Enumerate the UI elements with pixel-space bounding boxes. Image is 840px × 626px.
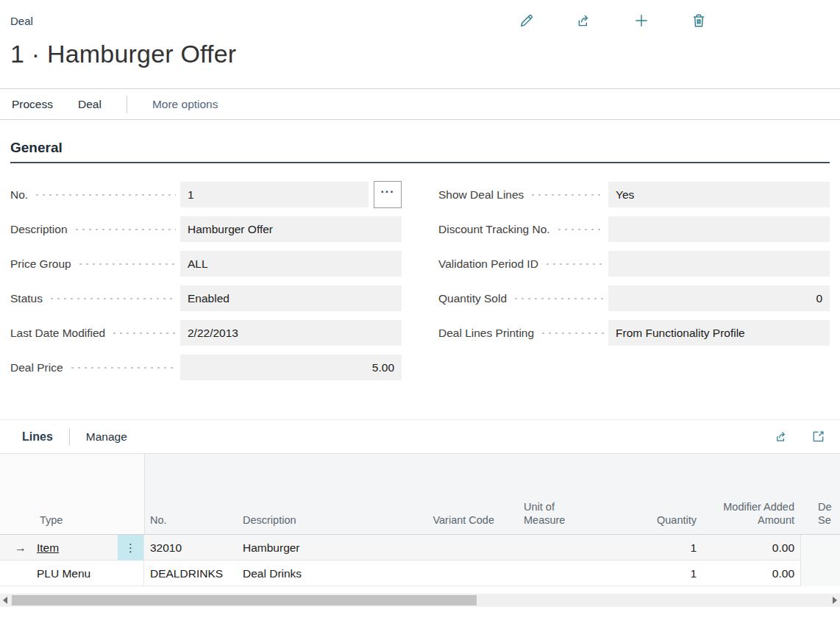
lines-header-divider <box>69 428 70 446</box>
delete-button[interactable] <box>690 12 708 29</box>
focus-mode-button[interactable] <box>809 428 827 446</box>
deal-lines-printing-input[interactable]: From Functionality Profile <box>608 320 830 346</box>
general-section-heading[interactable]: General <box>10 140 830 163</box>
cell-quantity[interactable]: 1 <box>588 561 702 586</box>
menu-process[interactable]: Process <box>12 98 53 111</box>
status-label: Status <box>10 292 43 305</box>
scroll-left-arrow-icon[interactable] <box>3 597 7 604</box>
cell-unit-of-measure[interactable] <box>500 535 588 561</box>
status-input[interactable]: Enabled <box>180 285 402 311</box>
cell-description[interactable]: Hamburger <box>237 535 407 561</box>
validation-period-id-input[interactable] <box>608 251 830 277</box>
price-group-label: Price Group <box>10 257 71 271</box>
assist-edit-button[interactable]: ··· <box>374 181 402 208</box>
column-headers: Type No. Description Variant Code Unit o… <box>0 500 840 534</box>
modifier-added-line2: Amount <box>758 514 794 526</box>
dotted-leader <box>530 182 604 207</box>
field-no: No. 1 ··· <box>10 182 402 207</box>
cell-quantity[interactable]: 1 <box>588 535 702 561</box>
edit-icon <box>519 13 535 29</box>
more-options[interactable]: More options <box>152 98 218 111</box>
cell-modifier-added-amount[interactable]: 0.00 <box>702 561 800 586</box>
cell-truncated <box>800 561 840 586</box>
last-date-modified-input[interactable]: 2/22/2013 <box>180 320 402 346</box>
column-header-variant-code[interactable]: Variant Code <box>407 513 500 527</box>
row-context-menu-icon[interactable]: ⋮ <box>118 535 144 561</box>
column-header-no[interactable]: No. <box>144 513 237 527</box>
row-context-menu-cell[interactable] <box>118 561 144 586</box>
no-label: No. <box>10 188 28 202</box>
field-deal-price: Deal Price 5.00 <box>10 355 402 380</box>
discount-tracking-no-input[interactable] <box>608 216 830 242</box>
general-left-column: No. 1 ··· Description Hamburger Offer Pr… <box>10 182 402 380</box>
share-icon <box>576 13 592 29</box>
truncated-header-line1: De <box>818 501 832 513</box>
cell-modifier-added-amount[interactable]: 0.00 <box>702 535 800 561</box>
field-description: Description Hamburger Offer <box>10 216 402 242</box>
dotted-leader <box>513 285 604 311</box>
field-quantity-sold: Quantity Sold 0 <box>438 285 830 311</box>
column-header-quantity[interactable]: Quantity <box>588 513 702 527</box>
field-validation-period-id: Validation Period ID <box>438 251 830 277</box>
breadcrumb[interactable]: Deal <box>10 15 33 27</box>
cell-variant-code[interactable] <box>407 561 500 586</box>
cell-variant-code[interactable] <box>407 535 500 561</box>
lines-manage-menu[interactable]: Manage <box>86 430 127 444</box>
field-show-deal-lines: Show Deal Lines Yes <box>438 182 830 207</box>
column-header-unit-of-measure[interactable]: Unit ofMeasure <box>500 500 588 527</box>
dotted-leader <box>111 320 176 346</box>
menu-deal[interactable]: Deal <box>78 98 102 111</box>
table-row[interactable]: → Item ⋮ 32010 Hamburger 1 0.00 <box>0 535 840 561</box>
column-header-type[interactable]: Type <box>34 513 118 527</box>
description-input[interactable]: Hamburger Offer <box>180 216 402 242</box>
field-status: Status Enabled <box>10 285 402 311</box>
dotted-leader <box>74 216 176 242</box>
cell-unit-of-measure[interactable] <box>500 561 588 586</box>
cell-no[interactable]: 32010 <box>144 535 237 561</box>
action-bar-divider <box>127 96 127 113</box>
dotted-leader <box>544 251 604 277</box>
edit-button[interactable] <box>518 12 535 29</box>
lines-grid-header-zone: Type No. Description Variant Code Unit o… <box>0 454 840 535</box>
scrollbar-thumb[interactable] <box>12 595 477 605</box>
last-date-modified-label: Last Date Modified <box>10 327 105 340</box>
description-label: Description <box>10 223 68 236</box>
horizontal-scrollbar[interactable] <box>0 594 840 607</box>
cell-type[interactable]: PLU Menu <box>34 561 118 586</box>
lines-tab[interactable]: Lines <box>22 430 53 444</box>
column-header-description[interactable]: Description <box>237 513 407 527</box>
page-actions <box>518 12 708 29</box>
price-group-input[interactable]: ALL <box>180 251 402 277</box>
cell-no[interactable]: DEALDRINKS <box>144 561 237 586</box>
lines-header-bar: Lines Manage <box>0 420 840 454</box>
column-header-truncated[interactable]: DeSe <box>800 500 840 527</box>
dotted-leader <box>34 182 176 207</box>
scroll-right-arrow-icon[interactable] <box>833 597 837 604</box>
lines-header-actions <box>772 428 827 446</box>
unit-of-measure-line2: Measure <box>524 514 565 526</box>
deal-price-input[interactable]: 5.00 <box>180 355 402 380</box>
modifier-added-line1: Modifier Added <box>723 501 794 513</box>
show-deal-lines-input[interactable]: Yes <box>608 182 830 207</box>
quantity-sold-input[interactable]: 0 <box>608 285 830 311</box>
table-row[interactable]: PLU Menu DEALDRINKS Deal Drinks 1 0.00 <box>0 561 840 586</box>
column-header-modifier-added-amount[interactable]: Modifier AddedAmount <box>702 500 800 527</box>
row-indicator <box>10 561 34 586</box>
plus-icon <box>633 13 649 29</box>
trash-icon <box>691 13 707 29</box>
share-button[interactable] <box>575 12 593 29</box>
cell-type[interactable]: Item <box>34 535 118 561</box>
lines-share-button[interactable] <box>772 428 790 446</box>
deal-lines-printing-label: Deal Lines Printing <box>438 327 534 340</box>
validation-period-id-label: Validation Period ID <box>438 257 538 271</box>
top-bar: Deal <box>0 0 840 29</box>
truncated-header-line2: Se <box>818 514 831 526</box>
dotted-leader <box>69 355 177 380</box>
quantity-sold-label: Quantity Sold <box>438 292 507 305</box>
deal-price-label: Deal Price <box>10 361 63 374</box>
no-input[interactable]: 1 <box>180 182 369 207</box>
general-fields: No. 1 ··· Description Hamburger Offer Pr… <box>10 182 830 380</box>
new-button[interactable] <box>633 12 650 29</box>
cell-description[interactable]: Deal Drinks <box>237 561 407 586</box>
field-price-group: Price Group ALL <box>10 251 402 277</box>
